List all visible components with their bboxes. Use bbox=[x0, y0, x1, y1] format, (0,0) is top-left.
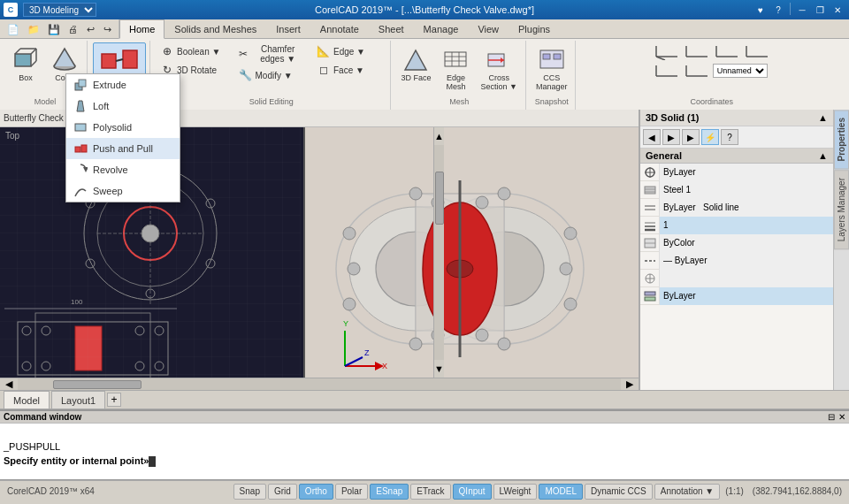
viewport-right[interactable]: X Y Z bbox=[305, 127, 639, 378]
box-icon bbox=[11, 45, 40, 73]
menu-item-pushpull[interactable]: Push and Pull bbox=[66, 138, 180, 159]
svg-line-5 bbox=[31, 61, 36, 66]
cmd-dock-btn[interactable]: ⊟ bbox=[828, 412, 835, 422]
menu-item-sweep[interactable]: Sweep bbox=[66, 180, 180, 202]
svg-rect-8 bbox=[123, 50, 137, 68]
menu-item-revolve[interactable]: Revolve bbox=[66, 159, 180, 180]
prop-value-lineweight: 1 bbox=[660, 217, 833, 234]
title-bar: C 3D Modeling CorelCAD 2019™ - [...\Butt… bbox=[0, 0, 849, 19]
status-grid[interactable]: Grid bbox=[268, 484, 297, 500]
close-button[interactable]: ✕ bbox=[830, 3, 845, 17]
menu-label-extrude: Extrude bbox=[93, 80, 126, 90]
svg-point-80 bbox=[476, 329, 488, 341]
status-model[interactable]: MODEL bbox=[539, 484, 583, 500]
tab-model[interactable]: Model bbox=[4, 391, 50, 409]
qa-redo-btn[interactable]: ↪ bbox=[99, 19, 115, 39]
title-bar-left: C 3D Modeling bbox=[4, 3, 96, 17]
status-snap[interactable]: Snap bbox=[233, 484, 266, 500]
chamfer-icon: ✂ bbox=[238, 47, 249, 61]
prop-nav-help[interactable]: ? bbox=[721, 129, 738, 145]
tab-plugins[interactable]: Plugins bbox=[509, 19, 560, 39]
prop-section-general[interactable]: General ▲ bbox=[640, 149, 833, 164]
ribbon-btn-box[interactable]: Box bbox=[7, 42, 44, 85]
svg-line-9 bbox=[116, 59, 123, 61]
menu-label-revolve: Revolve bbox=[93, 164, 128, 175]
restore-button[interactable]: ❐ bbox=[812, 3, 828, 17]
scroll-thumb-h[interactable] bbox=[53, 380, 142, 389]
cmd-cursor bbox=[149, 456, 156, 467]
horizontal-scrollbar[interactable]: ◀ ▶ bbox=[0, 378, 639, 390]
status-esnap[interactable]: ESnap bbox=[370, 484, 409, 500]
unnamed-selector[interactable]: Unnamed bbox=[713, 64, 768, 78]
menu-item-loft[interactable]: Loft bbox=[66, 95, 180, 117]
menu-label-sweep: Sweep bbox=[93, 186, 123, 196]
edge-icon: 📐 bbox=[317, 44, 331, 58]
scroll-up-btn[interactable]: ▲ bbox=[434, 127, 444, 145]
menu-item-extrude[interactable]: Extrude bbox=[66, 74, 180, 95]
command-header: Command window ⊟ ✕ bbox=[0, 411, 849, 424]
prop-section-collapse: ▲ bbox=[818, 150, 828, 161]
tab-insert[interactable]: Insert bbox=[266, 19, 310, 39]
scroll-left-btn[interactable]: ◀ bbox=[0, 378, 18, 390]
prop-row-lineweight: 1 bbox=[640, 217, 833, 234]
status-lweight[interactable]: LWeight bbox=[493, 484, 538, 500]
ribbon-btn-face[interactable]: ◻ Face ▼ bbox=[312, 61, 386, 79]
ribbon-btn-crosssection[interactable]: CrossSection ▼ bbox=[476, 42, 521, 94]
qa-undo-btn[interactable]: ↩ bbox=[82, 19, 98, 39]
prop-nav-prev[interactable]: ◀ bbox=[643, 129, 661, 145]
svg-rect-122 bbox=[81, 145, 87, 152]
status-annotation[interactable]: Annotation ▼ bbox=[654, 484, 721, 500]
svg-marker-119 bbox=[77, 101, 84, 111]
tab-layout1[interactable]: Layout1 bbox=[51, 391, 105, 409]
qa-print-btn[interactable]: 🖨 bbox=[65, 19, 81, 39]
mesh-buttons: 3D Face EdgeMesh bbox=[396, 42, 521, 97]
ribbon-btn-edgemesh[interactable]: EdgeMesh bbox=[437, 42, 474, 94]
heart-button[interactable]: ♥ bbox=[753, 3, 769, 17]
status-etrack[interactable]: ETrack bbox=[410, 484, 450, 500]
ribbon-btn-3dface[interactable]: 3D Face bbox=[396, 42, 435, 85]
workspace-selector[interactable]: 3D Modeling bbox=[23, 3, 96, 17]
solid-col3: 📐 Edge ▼ ◻ Face ▼ bbox=[312, 42, 386, 79]
properties-collapse[interactable]: ▲ bbox=[818, 112, 828, 123]
qa-save-btn[interactable]: 💾 bbox=[44, 19, 64, 39]
qa-new-btn[interactable]: 📄 bbox=[4, 19, 23, 39]
help-button[interactable]: ? bbox=[770, 3, 786, 17]
prop-nav-next2[interactable]: ▶ bbox=[682, 129, 700, 145]
minimize-button[interactable]: ─ bbox=[794, 3, 810, 17]
tab-manage[interactable]: Manage bbox=[414, 19, 469, 39]
scroll-thumb-v[interactable] bbox=[435, 172, 444, 225]
tab-view[interactable]: View bbox=[468, 19, 509, 39]
status-polar[interactable]: Polar bbox=[335, 484, 368, 500]
ribbon-btn-chamfer[interactable]: ✂ Chamfer edges ▼ bbox=[233, 42, 308, 65]
scroll-down-btn[interactable]: ▼ bbox=[434, 360, 444, 378]
prop-nav-lightning[interactable]: ⚡ bbox=[701, 129, 719, 145]
ribbon-btn-ccsmanager[interactable]: CCSManager bbox=[532, 42, 572, 94]
ribbon-btn-boolean[interactable]: ⊕ Boolean ▼ bbox=[156, 42, 230, 60]
svg-point-79 bbox=[476, 196, 488, 209]
status-qinput[interactable]: QInput bbox=[453, 484, 492, 500]
ribbon-btn-edge[interactable]: 📐 Edge ▼ bbox=[312, 42, 386, 60]
plotstyle-icon bbox=[640, 234, 660, 252]
tab-sheet[interactable]: Sheet bbox=[369, 19, 414, 39]
cmd-float-btn[interactable]: ✕ bbox=[838, 412, 845, 422]
cone-icon bbox=[50, 45, 79, 73]
tab-annotate[interactable]: Annotate bbox=[310, 19, 369, 39]
side-tab-properties[interactable]: Properties bbox=[834, 110, 849, 169]
scale-info: (1:1) bbox=[722, 486, 747, 496]
ribbon-btn-modify[interactable]: 🔧 Modify ▼ bbox=[233, 66, 308, 84]
scroll-right-btn[interactable]: ▶ bbox=[621, 378, 639, 390]
vertical-scrollbar[interactable]: ▲ ▼ bbox=[433, 127, 444, 378]
dropdown-menu: Extrude Loft Polysolid Push and Pull Rev… bbox=[65, 73, 180, 202]
breadcrumb-item: Butterfly Check bbox=[4, 113, 64, 123]
status-dynamic-ccs[interactable]: Dynamic CCS bbox=[585, 484, 653, 500]
add-layout-btn[interactable]: + bbox=[107, 393, 121, 407]
prop-nav-next[interactable]: ▶ bbox=[662, 129, 680, 145]
tab-solids-meshes[interactable]: Solids and Meshes bbox=[164, 19, 266, 39]
qa-open-btn[interactable]: 📁 bbox=[24, 19, 43, 39]
menu-item-polysolid[interactable]: Polysolid bbox=[66, 117, 180, 138]
prop-value-layer: ByLayer bbox=[660, 287, 833, 305]
status-ortho[interactable]: Ortho bbox=[299, 484, 333, 500]
side-tab-layers[interactable]: Layers Manager bbox=[834, 170, 849, 249]
tab-home[interactable]: Home bbox=[119, 19, 164, 39]
svg-point-75 bbox=[409, 187, 422, 200]
